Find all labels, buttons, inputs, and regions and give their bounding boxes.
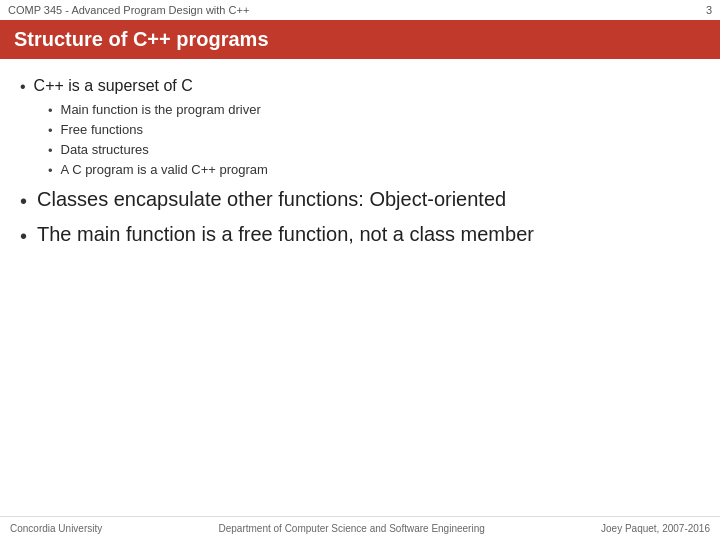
sub-bullet-3-dot: • bbox=[48, 143, 53, 158]
footer-center: Department of Computer Science and Softw… bbox=[102, 523, 601, 534]
sub-bullet-2: • Free functions bbox=[48, 122, 700, 138]
title-bar: Structure of C++ programs bbox=[0, 20, 720, 59]
sub-bullet-4-text: A C program is a valid C++ program bbox=[61, 162, 268, 177]
content-area: • C++ is a superset of C • Main function… bbox=[0, 59, 720, 268]
bullet-3-dot: • bbox=[20, 225, 27, 248]
bullet-2: • Classes encapsulate other functions: O… bbox=[20, 188, 700, 213]
sub-bullets-group: • Main function is the program driver • … bbox=[48, 102, 700, 178]
bullet-1-dot: • bbox=[20, 78, 26, 96]
sub-bullet-1: • Main function is the program driver bbox=[48, 102, 700, 118]
bullet-1: • C++ is a superset of C bbox=[20, 77, 700, 96]
sub-bullet-2-text: Free functions bbox=[61, 122, 143, 137]
footer-right: Joey Paquet, 2007-2016 bbox=[601, 523, 710, 534]
bullet-3-text: The main function is a free function, no… bbox=[37, 223, 534, 246]
header-bar: COMP 345 - Advanced Program Design with … bbox=[0, 0, 720, 20]
header-title: COMP 345 - Advanced Program Design with … bbox=[8, 4, 249, 16]
footer: Concordia University Department of Compu… bbox=[0, 516, 720, 540]
sub-bullet-1-dot: • bbox=[48, 103, 53, 118]
slide-title: Structure of C++ programs bbox=[14, 28, 269, 50]
bullet-3: • The main function is a free function, … bbox=[20, 223, 700, 248]
bullet-2-dot: • bbox=[20, 190, 27, 213]
sub-bullet-3-text: Data structures bbox=[61, 142, 149, 157]
slide-number: 3 bbox=[706, 4, 712, 16]
bullet-1-text: C++ is a superset of C bbox=[34, 77, 193, 95]
sub-bullet-4: • A C program is a valid C++ program bbox=[48, 162, 700, 178]
sub-bullet-4-dot: • bbox=[48, 163, 53, 178]
bullet-2-text: Classes encapsulate other functions: Obj… bbox=[37, 188, 506, 211]
sub-bullet-3: • Data structures bbox=[48, 142, 700, 158]
sub-bullet-1-text: Main function is the program driver bbox=[61, 102, 261, 117]
footer-left: Concordia University bbox=[10, 523, 102, 534]
sub-bullet-2-dot: • bbox=[48, 123, 53, 138]
